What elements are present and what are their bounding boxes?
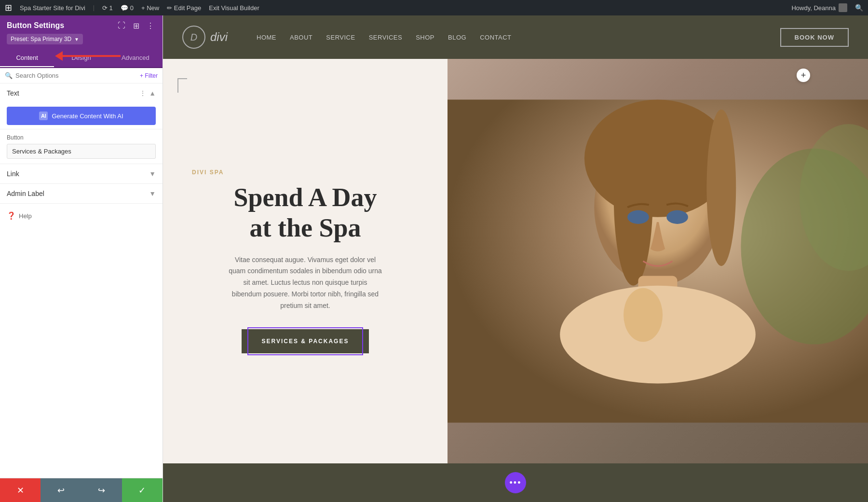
text-section-header[interactable]: Text ⋮ ▲ [0, 84, 163, 103]
redo-button[interactable]: ↪ [81, 478, 122, 502]
nav-shop[interactable]: SHOP [416, 34, 434, 41]
panel-search-bar: 🔍 + Filter [0, 68, 163, 84]
admin-label-section-title: Admin Label [7, 190, 44, 197]
layout-icon[interactable]: ⊞ [131, 20, 141, 31]
svg-point-7 [627, 210, 649, 224]
add-content-button[interactable]: + [797, 69, 810, 82]
admin-separator: | [93, 4, 95, 11]
hero-image-placeholder [448, 59, 868, 463]
hero-left-content: DIVI SPA Spend A Day at the Spa Vitae co… [163, 59, 448, 463]
site-navbar: D divi HOME ABOUT SERVICE SERVICES SHOP … [163, 15, 868, 59]
nav-home[interactable]: HOME [257, 34, 276, 41]
preview-area: D divi HOME ABOUT SERVICE SERVICES SHOP … [163, 15, 868, 502]
search-icon: 🔍 [5, 72, 13, 79]
hero-section: DIVI SPA Spend A Day at the Spa Vitae co… [163, 59, 868, 463]
admin-label-chevron-icon[interactable]: ▼ [149, 190, 156, 197]
site-logo: D divi [182, 26, 228, 49]
bottom-bar: ••• [163, 463, 868, 502]
ai-icon: AI [39, 112, 48, 120]
wp-admin-bar: ⊞ Spa Starter Site for Divi | ⟳ 1 💬 0 + … [0, 0, 868, 15]
button-input-area: Button [0, 129, 163, 164]
logo-circle-icon: D [182, 26, 205, 49]
panel-title: Button Settings [7, 21, 64, 30]
more-options-icon[interactable]: ⋮ [145, 20, 156, 31]
howdy-text: Howdy, Deanna [791, 3, 847, 12]
nav-contact[interactable]: CONTACT [480, 34, 511, 41]
link-section-title: Link [7, 170, 19, 178]
user-avatar [839, 3, 847, 12]
cancel-button[interactable]: ✕ [0, 478, 41, 502]
svg-point-9 [624, 288, 663, 342]
bracket-decoration [177, 78, 187, 93]
preset-selector[interactable]: Preset: Spa Primary 3D ▼ [7, 34, 83, 44]
panel-footer: ✕ ↩ ↪ ✓ [0, 478, 163, 502]
nav-services[interactable]: SERVICES [369, 34, 403, 41]
nav-service[interactable]: SERVICE [326, 34, 355, 41]
button-field-label: Button [7, 134, 156, 141]
text-section-title: Text [7, 89, 19, 97]
link-section-header[interactable]: Link ▼ [0, 164, 163, 183]
undo-button[interactable]: ↩ [41, 478, 81, 502]
button-text-input[interactable] [7, 144, 156, 159]
edit-page-link[interactable]: ✏ Edit Page [167, 4, 201, 12]
text-section-menu-icon[interactable]: ⋮ [139, 89, 146, 97]
exit-builder-link[interactable]: Exit Visual Builder [209, 4, 259, 12]
tab-content[interactable]: Content [0, 49, 54, 67]
search-input[interactable] [15, 72, 137, 79]
text-section-chevron-icon[interactable]: ▲ [149, 89, 156, 97]
link-section-chevron-icon[interactable]: ▼ [149, 170, 156, 178]
comments-count[interactable]: 💬 0 [121, 4, 134, 12]
admin-search-icon[interactable]: 🔍 [855, 4, 863, 12]
hero-body-text: Vitae consequat augue. Vivamus eget dolo… [228, 254, 382, 312]
help-area: ❓ Help [0, 204, 163, 228]
site-nav-links: HOME ABOUT SERVICE SERVICES SHOP BLOG CO… [257, 34, 780, 41]
button-section: Button [0, 129, 163, 164]
filter-button[interactable]: + Filter [140, 72, 158, 79]
hero-tag: DIVI SPA [192, 169, 419, 176]
admin-label-section-header[interactable]: Admin Label ▼ [0, 184, 163, 203]
three-dots-menu-button[interactable]: ••• [505, 472, 526, 493]
link-section: Link ▼ [0, 164, 163, 184]
hero-title: Spend A Day at the Spa [192, 182, 419, 242]
site-name-link[interactable]: Spa Starter Site for Divi [20, 4, 85, 12]
highlight-arrow [55, 51, 121, 61]
svg-point-8 [666, 210, 688, 224]
wp-logo-icon[interactable]: ⊞ [5, 2, 12, 13]
admin-label-section: Admin Label ▼ [0, 184, 163, 204]
save-button[interactable]: ✓ [122, 478, 163, 502]
nav-about[interactable]: ABOUT [290, 34, 312, 41]
panel-body: Text ⋮ ▲ AI Generate Content With AI But… [0, 84, 163, 478]
hero-image-area: + [448, 59, 868, 463]
hero-image-svg [448, 59, 868, 463]
help-icon: ❓ [7, 211, 16, 220]
text-section: Text ⋮ ▲ AI Generate Content With AI [0, 84, 163, 129]
nav-blog[interactable]: BLOG [448, 34, 466, 41]
ai-generate-button[interactable]: AI Generate Content With AI [7, 107, 156, 125]
left-settings-panel: Button Settings ⛶ ⊞ ⋮ Preset: Spa Primar… [0, 15, 163, 502]
panel-header: Button Settings ⛶ ⊞ ⋮ Preset: Spa Primar… [0, 15, 163, 49]
new-content-button[interactable]: + New [141, 4, 159, 12]
hero-cta-button[interactable]: SERVICES & PACKAGES [242, 329, 369, 353]
help-link[interactable]: Help [19, 212, 32, 220]
svg-point-3 [614, 110, 653, 286]
logo-text: divi [210, 30, 228, 44]
preset-chevron-icon: ▼ [74, 37, 79, 42]
fullscreen-icon[interactable]: ⛶ [116, 20, 127, 31]
svg-point-4 [706, 110, 736, 266]
revisions-count[interactable]: ⟳ 1 [102, 4, 113, 12]
book-now-button[interactable]: BOOK NOW [780, 28, 849, 47]
